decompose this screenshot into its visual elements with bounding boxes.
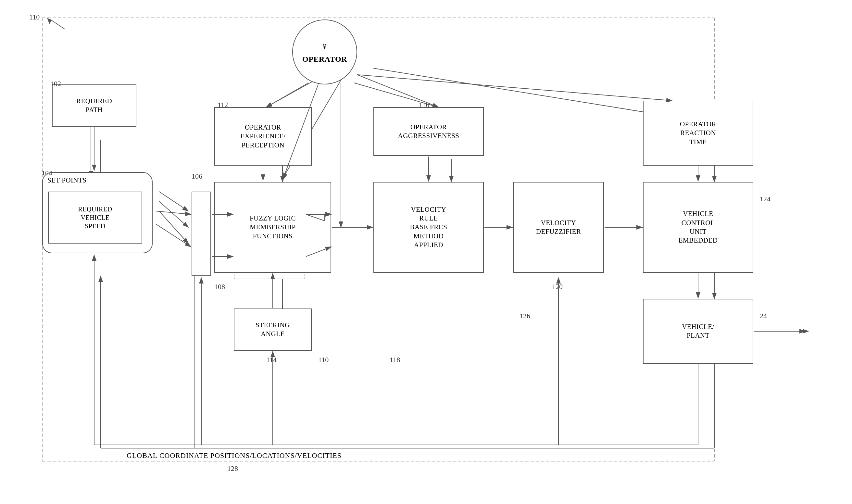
velocity-rule-box: VELOCITY RULE BASE FRCS METHOD APPLIED bbox=[374, 182, 484, 273]
diagram: 110 ♀ OPERATOR REQUIRED PATH 102 SET POI… bbox=[0, 0, 852, 504]
ref-114: 114 bbox=[266, 356, 277, 364]
vehicle-plant-box: VEHICLE/ PLANT bbox=[643, 299, 753, 364]
operator-exp-box: OPERATOR EXPERIENCE/ PERCEPTION bbox=[214, 107, 312, 166]
svg-line-42 bbox=[156, 224, 191, 247]
operator-box: ♀ OPERATOR bbox=[292, 19, 357, 85]
svg-line-12 bbox=[159, 211, 188, 244]
operator-exp-label: OPERATOR EXPERIENCE/ PERCEPTION bbox=[240, 123, 286, 150]
ref-104: 104 bbox=[41, 169, 52, 177]
operator-reaction-label: OPERATOR REACTION TIME bbox=[680, 120, 716, 146]
ref-110-outer: 110 bbox=[29, 13, 40, 21]
svg-line-36 bbox=[266, 83, 308, 107]
velocity-defuzz-label: VELOCITY DEFUZZIFIER bbox=[536, 219, 581, 236]
ref-106: 106 bbox=[192, 172, 202, 181]
required-vehicle-speed-label: REQUIRED VEHICLE SPEED bbox=[78, 205, 112, 230]
svg-line-11 bbox=[159, 201, 188, 227]
operator-agg-box: OPERATOR AGGRESSIVENESS bbox=[374, 107, 484, 156]
velocity-rule-label: VELOCITY RULE BASE FRCS METHOD APPLIED bbox=[410, 205, 448, 249]
required-path-label: REQUIRED PATH bbox=[76, 97, 112, 115]
velocity-defuzz-box: VELOCITY DEFUZZIFIER bbox=[513, 182, 604, 273]
steering-angle-label: STEERING ANGLE bbox=[256, 321, 290, 339]
vehicle-plant-label: VEHICLE/ PLANT bbox=[682, 322, 714, 340]
ref-110-inner: 110 bbox=[318, 356, 329, 364]
vehicle-control-label: VEHICLE CONTROL UNIT EMBEDDED bbox=[678, 210, 718, 245]
vehicle-control-box: VEHICLE CONTROL UNIT EMBEDDED bbox=[643, 182, 753, 273]
required-vehicle-speed-box: REQUIRED VEHICLE SPEED bbox=[48, 192, 142, 244]
set-points-label: SET POINTS bbox=[48, 176, 87, 185]
svg-line-31 bbox=[159, 192, 188, 211]
ref-24: 24 bbox=[760, 312, 767, 320]
fuzzy-logic-label: FUZZY LOGIC MEMBERSHIP FUNCTIONS bbox=[250, 214, 296, 241]
ref-124: 124 bbox=[760, 195, 771, 203]
svg-line-41 bbox=[156, 211, 191, 214]
operator-reaction-box: OPERATOR REACTION TIME bbox=[643, 101, 753, 166]
svg-marker-35 bbox=[47, 18, 52, 24]
svg-line-34 bbox=[50, 19, 65, 29]
ref-112: 112 bbox=[218, 101, 228, 109]
svg-line-39 bbox=[357, 75, 672, 101]
global-coord-label: GLOBAL COORDINATE POSITIONS/LOCATIONS/VE… bbox=[127, 451, 342, 460]
ref-116: 116 bbox=[419, 101, 429, 109]
ref-120: 120 bbox=[552, 283, 563, 291]
ref-108: 108 bbox=[214, 283, 225, 291]
steering-angle-box: STEERING ANGLE bbox=[234, 308, 312, 351]
ref-126: 126 bbox=[520, 312, 530, 320]
fuzzy-logic-box: FUZZY LOGIC MEMBERSHIP FUNCTIONS bbox=[214, 182, 331, 273]
ref-102: 102 bbox=[50, 79, 61, 88]
required-path-box: REQUIRED PATH bbox=[52, 85, 137, 127]
operator-agg-label: OPERATOR AGGRESSIVENESS bbox=[398, 123, 459, 141]
ref-118: 118 bbox=[389, 356, 400, 364]
ref-128: 128 bbox=[227, 464, 238, 473]
combiner-block bbox=[192, 192, 211, 276]
operator-label: OPERATOR bbox=[302, 54, 347, 64]
